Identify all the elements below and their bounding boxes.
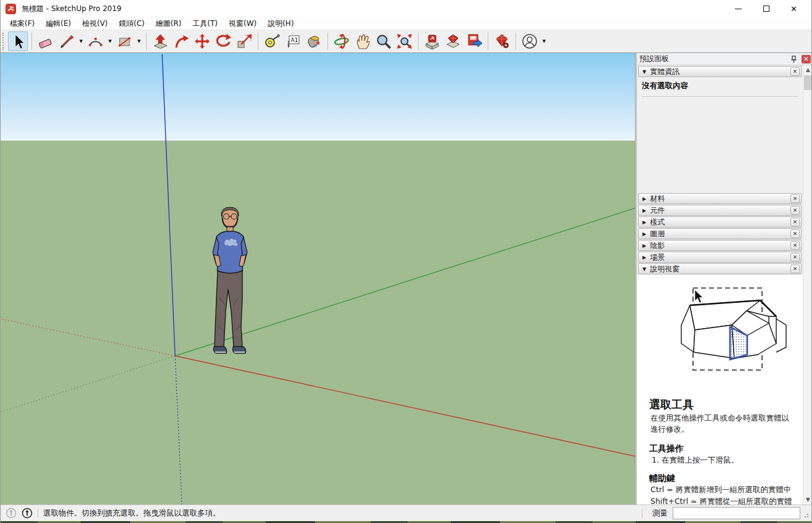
extension-warehouse-button[interactable] xyxy=(492,31,512,51)
text-tool-button[interactable]: A1 xyxy=(283,31,303,51)
section-close-button[interactable]: ✕ xyxy=(790,265,800,273)
toolbar-separator xyxy=(327,33,328,50)
share-model-button[interactable] xyxy=(443,31,463,51)
section-close-button[interactable]: ✕ xyxy=(790,206,800,215)
eraser-icon xyxy=(38,33,54,49)
toolbar-separator xyxy=(31,33,32,50)
section-styles[interactable]: ▶ 樣式 ✕ xyxy=(638,216,802,228)
section-label: 場景 xyxy=(650,252,665,263)
rotate-tool-button[interactable] xyxy=(213,31,233,51)
zoom-tool-button[interactable] xyxy=(374,31,393,51)
line-tool-button[interactable] xyxy=(57,31,76,51)
scroll-up-icon[interactable]: ▲ xyxy=(803,65,812,75)
section-label: 材料 xyxy=(650,194,665,204)
minimize-icon xyxy=(735,9,742,9)
section-close-button[interactable]: ✕ xyxy=(790,241,800,250)
panel-title: 預設面板 xyxy=(639,54,669,64)
account-dropdown[interactable]: ▼ xyxy=(540,31,548,51)
zoom-extents-icon xyxy=(396,33,412,49)
move-tool-button[interactable] xyxy=(192,31,212,51)
pan-tool-button[interactable] xyxy=(353,31,372,51)
scale-figure-person[interactable] xyxy=(199,205,258,358)
zoom-extents-tool-button[interactable] xyxy=(395,31,414,51)
pan-hand-icon xyxy=(355,33,371,49)
section-close-button[interactable]: ✕ xyxy=(790,67,800,76)
scale-tool-button[interactable] xyxy=(234,31,254,51)
menu-draw[interactable]: 繪圖(R) xyxy=(150,17,187,30)
menu-view[interactable]: 檢視(V) xyxy=(76,17,113,30)
toolbar-drag-handle[interactable] xyxy=(2,33,6,50)
eraser-tool-button[interactable] xyxy=(36,31,55,51)
close-button[interactable]: ✕ xyxy=(780,0,808,17)
section-label: 樣式 xyxy=(650,217,665,228)
section-label: 圖層 xyxy=(650,229,665,239)
section-shadows[interactable]: ▶ 陰影 ✕ xyxy=(638,240,802,251)
instructor-text: 選取工具 在使用其他操作工具或命令時選取實體以進行修改。 工具操作 1. 在實體… xyxy=(637,397,803,504)
resize-grip[interactable] xyxy=(803,512,809,518)
status-separator xyxy=(642,509,642,517)
measurements-input[interactable] xyxy=(673,507,800,519)
close-icon: ✕ xyxy=(790,5,797,13)
menu-help[interactable]: 說明(H) xyxy=(262,17,299,30)
select-tool-button[interactable] xyxy=(8,31,28,51)
send-to-layout-button[interactable] xyxy=(464,31,484,51)
section-close-button[interactable]: ✕ xyxy=(790,194,800,203)
line-tool-dropdown[interactable]: ▼ xyxy=(77,31,85,51)
pin-icon[interactable] xyxy=(790,55,798,64)
minimize-button[interactable] xyxy=(724,0,752,17)
section-close-button[interactable]: ✕ xyxy=(790,253,800,262)
section-close-button[interactable]: ✕ xyxy=(790,229,800,238)
blue-axis-dotted xyxy=(175,356,182,504)
expand-arrow-icon: ▶ xyxy=(642,231,646,237)
rectangle-tool-dropdown[interactable]: ▼ xyxy=(135,31,143,51)
instructor-house-illustration xyxy=(654,282,796,396)
panel-scrollbar[interactable]: ▲ ▼ xyxy=(803,65,812,504)
menu-tools[interactable]: 工具(T) xyxy=(187,17,223,30)
orbit-tool-button[interactable] xyxy=(332,31,351,51)
arc-tool-dropdown[interactable]: ▼ xyxy=(106,31,114,51)
menu-file[interactable]: 檔案(F) xyxy=(4,17,40,30)
orbit-icon xyxy=(334,33,350,49)
scrollbar-thumb[interactable] xyxy=(804,75,812,90)
push-pull-tool-button[interactable] xyxy=(150,31,170,51)
rectangle-tool-button[interactable] xyxy=(115,31,134,51)
section-materials[interactable]: ▶ 材料 ✕ xyxy=(638,193,802,204)
3d-viewport[interactable] xyxy=(1,53,636,504)
status-separator xyxy=(38,509,38,517)
panel-title-bar: 預設面板 ✕ xyxy=(637,53,812,65)
menu-camera[interactable]: 鏡頭(C) xyxy=(113,17,150,30)
tape-measure-icon xyxy=(264,33,280,49)
illustration-cursor-icon xyxy=(695,290,703,303)
section-close-button[interactable]: ✕ xyxy=(790,218,800,226)
scroll-down-icon[interactable]: ▼ xyxy=(803,495,812,504)
panel-empty-space xyxy=(637,99,803,192)
section-components[interactable]: ▶ 元件 ✕ xyxy=(638,205,802,216)
expand-arrow-icon: ▶ xyxy=(642,196,646,202)
share-model-icon xyxy=(445,33,461,49)
maximize-button[interactable] xyxy=(752,0,780,17)
section-scenes[interactable]: ▶ 場景 ✕ xyxy=(638,252,802,263)
panel-content: ▼ 實體資訊 ✕ 沒有選取內容 ▶ 材料 ✕ ▶ 元件 ✕ ▶ 樣式 ✕ ▶ 圖… xyxy=(637,65,803,504)
red-axis-dotted xyxy=(1,319,175,356)
account-icon xyxy=(521,33,538,50)
credits-status-icon[interactable] xyxy=(22,508,33,519)
section-layers[interactable]: ▶ 圖層 ✕ xyxy=(638,228,802,239)
select-cursor-icon xyxy=(10,33,26,49)
tape-measure-tool-button[interactable] xyxy=(262,31,282,51)
panel-close-button[interactable]: ✕ xyxy=(802,55,811,64)
collapse-arrow-icon: ▼ xyxy=(642,266,646,272)
expand-arrow-icon: ▶ xyxy=(642,255,646,260)
follow-me-tool-button[interactable] xyxy=(171,31,191,51)
section-instructor[interactable]: ▼ 說明視窗 ✕ xyxy=(638,263,802,274)
menu-window[interactable]: 視窗(W) xyxy=(223,17,262,30)
section-entity-info[interactable]: ▼ 實體資訊 ✕ xyxy=(638,66,802,77)
geolocation-status-icon[interactable] xyxy=(6,508,17,519)
toolbar-separator xyxy=(146,33,147,50)
send-to-layout-icon xyxy=(466,33,482,49)
arc-tool-button[interactable] xyxy=(86,31,105,51)
menu-edit[interactable]: 編輯(E) xyxy=(40,17,76,30)
paint-bucket-tool-button[interactable] xyxy=(304,31,324,51)
account-button[interactable] xyxy=(520,31,539,51)
3d-warehouse-button[interactable] xyxy=(422,31,442,51)
collapse-arrow-icon: ▼ xyxy=(642,69,646,75)
